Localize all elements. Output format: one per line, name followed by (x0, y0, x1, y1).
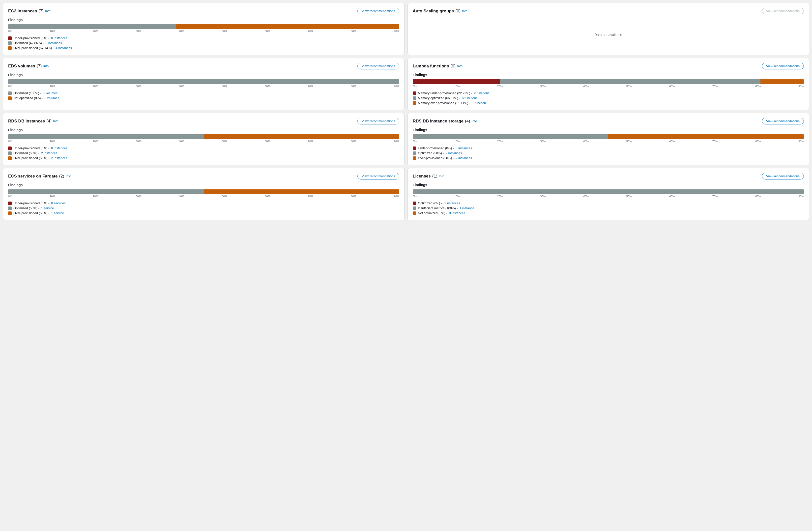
legend-link-ecs-2[interactable]: 1 service (51, 211, 64, 215)
legend-link-licenses-2[interactable]: 0 instances (449, 211, 465, 215)
axis-label: 10% (49, 30, 55, 33)
legend-text-ebs-1: Not optimized (0%) - (13, 96, 43, 100)
title-group-rds: RDS DB instances (4)Info (8, 119, 58, 124)
legend-text-ecs-0: Under-provisioned (0%) - (13, 201, 49, 205)
legend-link-ec2-1[interactable]: 3 instances (46, 41, 62, 45)
legend-link-ec2-0[interactable]: 0 instances (51, 36, 68, 40)
legend-color-rds-0 (8, 146, 12, 150)
axis-label: 30% (136, 195, 141, 198)
axis-label: 80% (351, 30, 356, 33)
legend-link-rds-2[interactable]: 2 instances (51, 156, 68, 160)
legend-lambda: Memory under-provisioned (22.22%) - 2 fu… (413, 91, 804, 105)
axis-label: 30% (136, 85, 141, 88)
legend-link-ec2-2[interactable]: 4 instances (56, 46, 72, 50)
info-link-asg[interactable]: Info (462, 9, 467, 13)
info-link-rds-storage[interactable]: Info (472, 119, 477, 123)
info-link-lambda[interactable]: Info (457, 64, 463, 68)
axis-label: 40% (583, 195, 589, 198)
legend-ecs: Under-provisioned (0%) - 0 servicesOptim… (8, 201, 399, 215)
legend-link-licenses-0[interactable]: 0 instances (444, 201, 460, 205)
axis-label: 0% (8, 30, 12, 33)
legend-color-lambda-1 (413, 97, 416, 100)
axis-label: 60% (669, 195, 675, 198)
axis-label: 40% (583, 85, 589, 88)
legend-link-ebs-1[interactable]: 0 volumes (44, 96, 59, 100)
axis-label: 40% (179, 140, 184, 143)
card-header-ebs: EBS volumes (7)InfoView recommendations (8, 63, 399, 69)
legend-licenses: Optimized (0%) - 0 instancesInsufficient… (413, 201, 804, 215)
axis-label: 50% (626, 195, 632, 198)
axis-label: 70% (308, 140, 313, 143)
bar-segment-ec2-0 (8, 24, 176, 29)
info-link-ecs[interactable]: Info (66, 174, 71, 178)
axis-label: 60% (265, 85, 270, 88)
info-link-licenses[interactable]: Info (439, 174, 445, 178)
findings-label-rds-storage: Findings (413, 128, 804, 132)
legend-link-rds-1[interactable]: 2 instances (41, 151, 58, 155)
legend-link-lambda-2[interactable]: 1 function (472, 101, 486, 105)
bar-segment-rds-storage-0 (413, 134, 608, 139)
legend-link-lambda-0[interactable]: 2 functions (474, 91, 490, 95)
axis-labels-lambda: 0%10%20%30%40%50%60%70%80%90% (413, 85, 804, 88)
axis-label: 70% (308, 85, 313, 88)
axis-label: 40% (179, 85, 184, 88)
legend-text-rds-2: Over-provisioned (50%) - (13, 156, 49, 160)
legend-ebs: Optimized (100%) - 7 volumesNot optimize… (8, 91, 399, 100)
info-link-ec2[interactable]: Info (45, 9, 50, 13)
legend-link-rds-storage-2[interactable]: 2 instances (455, 156, 472, 160)
view-recommendations-btn-ebs[interactable]: View recommendations (358, 63, 399, 69)
view-recommendations-btn-ec2[interactable]: View recommendations (358, 8, 399, 14)
bar-container-rds-storage (413, 134, 804, 139)
title-group-lambda: Lambda functions (9)Info (413, 64, 463, 69)
view-recommendations-btn-rds-storage[interactable]: View recommendations (762, 118, 804, 125)
legend-link-rds-0[interactable]: 0 instances (51, 146, 68, 150)
card-ec2: EC2 instances (7)InfoView recommendation… (3, 3, 405, 55)
bar-container-ecs (8, 189, 399, 194)
findings-label-ebs: Findings (8, 73, 399, 77)
title-group-ebs: EBS volumes (7)Info (8, 64, 48, 69)
axis-label: 80% (755, 85, 761, 88)
legend-text-rds-1: Optimized (50%) - (13, 151, 40, 155)
legend-link-licenses-1[interactable]: 1 instance (460, 206, 474, 210)
bar-segment-ecs-1 (204, 189, 399, 194)
legend-link-rds-storage-0[interactable]: 0 instances (455, 146, 472, 150)
card-header-rds: RDS DB instances (4)InfoView recommendat… (8, 118, 399, 125)
legend-ec2: Under-provisioned (0%) - 0 instancesOpti… (8, 36, 399, 50)
bar-segment-lambda-0 (413, 79, 500, 84)
legend-link-lambda-1[interactable]: 6 functions (462, 96, 478, 100)
legend-color-ec2-2 (8, 46, 12, 50)
legend-text-ecs-2: Over-provisioned (50%) - (13, 211, 49, 215)
legend-color-ecs-2 (8, 212, 12, 215)
findings-label-rds: Findings (8, 128, 399, 132)
title-group-ec2: EC2 instances (7)Info (8, 9, 50, 14)
axis-label: 90% (394, 195, 399, 198)
bar-segment-rds-storage-1 (608, 134, 804, 139)
legend-item-licenses-1: Insufficient metrics (100%) - 1 instance (413, 206, 804, 210)
findings-label-licenses: Findings (413, 183, 804, 187)
legend-link-rds-storage-1[interactable]: 2 instances (446, 151, 462, 155)
axis-label: 60% (669, 140, 675, 143)
axis-label: 90% (394, 140, 399, 143)
axis-label: 80% (755, 195, 761, 198)
legend-color-ecs-0 (8, 202, 12, 205)
view-recommendations-btn-lambda[interactable]: View recommendations (762, 63, 804, 69)
view-recommendations-btn-ecs[interactable]: View recommendations (358, 173, 399, 180)
view-recommendations-btn-licenses[interactable]: View recommendations (762, 173, 804, 180)
axis-label: 20% (93, 85, 98, 88)
legend-link-ebs-0[interactable]: 7 volumes (43, 91, 58, 95)
axis-label: 70% (712, 195, 718, 198)
info-link-ebs[interactable]: Info (43, 64, 48, 68)
chart-area-licenses: 0%10%20%30%40%50%60%70%80%90% (413, 189, 804, 198)
bar-segment-ebs-0 (8, 79, 399, 84)
axis-label: 0% (413, 140, 417, 143)
legend-link-ecs-0[interactable]: 0 services (51, 201, 66, 205)
view-recommendations-btn-rds[interactable]: View recommendations (358, 118, 399, 125)
legend-link-ecs-1[interactable]: 1 service (41, 206, 54, 210)
legend-item-rds-0: Under-provisioned (0%) - 0 instances (8, 146, 399, 150)
title-group-asg: Auto Scaling groups (0)Info (413, 9, 467, 14)
card-header-ecs: ECS services on Fargate (2)InfoView reco… (8, 173, 399, 180)
info-link-rds[interactable]: Info (53, 119, 58, 123)
legend-color-ebs-1 (8, 97, 12, 100)
view-recommendations-btn-asg: View recommendations (762, 8, 804, 14)
axis-label: 30% (540, 85, 546, 88)
